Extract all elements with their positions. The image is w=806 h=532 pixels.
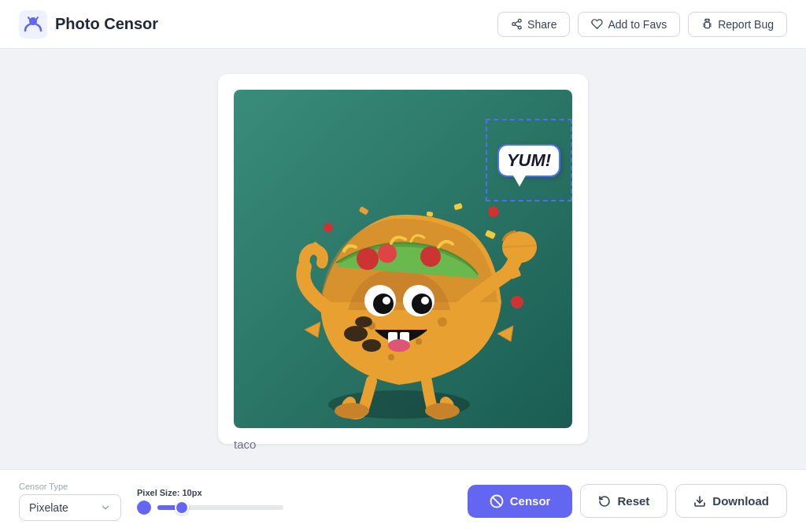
slider-toggle[interactable] (137, 501, 151, 515)
toolbar-left: Censor Type Pixelate Pixel Size: 10px (19, 482, 283, 521)
svg-point-35 (412, 294, 432, 314)
app-icon (19, 10, 47, 39)
share-icon (511, 18, 523, 30)
censor-type-value: Pixelate (29, 501, 68, 514)
main-content: YUM! taco (0, 49, 806, 469)
download-btn-label: Download (712, 494, 769, 508)
reset-btn-label: Reset (617, 494, 649, 508)
slider-row (137, 501, 283, 515)
header: Photo Censor Share Add to Favs Report Bu… (0, 0, 806, 49)
svg-point-37 (421, 297, 429, 305)
svg-point-11 (438, 317, 447, 327)
censor-icon (490, 494, 504, 508)
image-container[interactable]: YUM! taco (234, 90, 572, 428)
censor-type-select[interactable]: Pixelate (19, 494, 121, 521)
svg-line-6 (515, 21, 518, 23)
svg-point-13 (344, 326, 368, 342)
censor-button[interactable]: Censor (468, 485, 573, 518)
share-label: Share (527, 18, 556, 31)
report-bug-label: Report Bug (718, 18, 774, 31)
svg-point-30 (335, 403, 369, 419)
app-title: Photo Censor (55, 15, 158, 33)
svg-point-10 (416, 338, 422, 345)
speech-bubble: YUM! (486, 119, 572, 201)
bug-icon (701, 18, 713, 30)
reset-icon (598, 495, 611, 508)
header-right: Share Add to Favs Report Bug (497, 12, 787, 37)
svg-rect-20 (453, 203, 462, 210)
taco-image[interactable]: YUM! (234, 90, 572, 428)
header-left: Photo Censor (19, 10, 158, 39)
censor-type-label: Censor Type (19, 482, 121, 491)
svg-point-40 (388, 339, 410, 352)
report-bug-button[interactable]: Report Bug (688, 12, 787, 37)
svg-rect-22 (359, 206, 369, 216)
svg-point-34 (373, 294, 394, 314)
svg-point-12 (388, 354, 394, 360)
pixel-section: Pixel Size: 10px (137, 488, 283, 515)
svg-point-36 (383, 297, 390, 305)
svg-point-16 (357, 248, 379, 270)
image-label: taco (234, 438, 572, 451)
svg-point-26 (324, 223, 333, 232)
svg-rect-21 (427, 211, 434, 216)
censor-btn-label: Censor (510, 494, 551, 508)
image-card: YUM! taco (218, 74, 588, 444)
chevron-down-icon (100, 502, 111, 513)
reset-button[interactable]: Reset (580, 484, 667, 518)
bubble-text: YUM! (497, 144, 560, 177)
download-button[interactable]: Download (675, 484, 787, 518)
download-icon (693, 495, 706, 508)
heart-icon (591, 18, 603, 30)
svg-point-31 (425, 403, 460, 419)
svg-line-42 (492, 497, 501, 505)
svg-point-15 (355, 316, 372, 327)
toolbar-right: Censor Reset Download (468, 484, 787, 518)
svg-point-18 (420, 246, 441, 267)
svg-point-14 (362, 339, 381, 352)
censor-type-section: Censor Type Pixelate (19, 482, 121, 521)
toolbar: Censor Type Pixelate Pixel Size: 10px (0, 469, 806, 532)
pixel-size-label: Pixel Size: 10px (137, 488, 283, 497)
add-favs-label: Add to Favs (608, 18, 667, 31)
svg-rect-7 (705, 22, 710, 28)
svg-point-25 (488, 206, 499, 217)
svg-line-5 (515, 24, 518, 26)
share-button[interactable]: Share (497, 12, 570, 37)
svg-point-17 (378, 244, 397, 263)
svg-point-27 (511, 296, 523, 308)
svg-rect-19 (485, 230, 496, 239)
pixel-slider[interactable] (157, 505, 283, 510)
add-favs-button[interactable]: Add to Favs (578, 12, 680, 37)
